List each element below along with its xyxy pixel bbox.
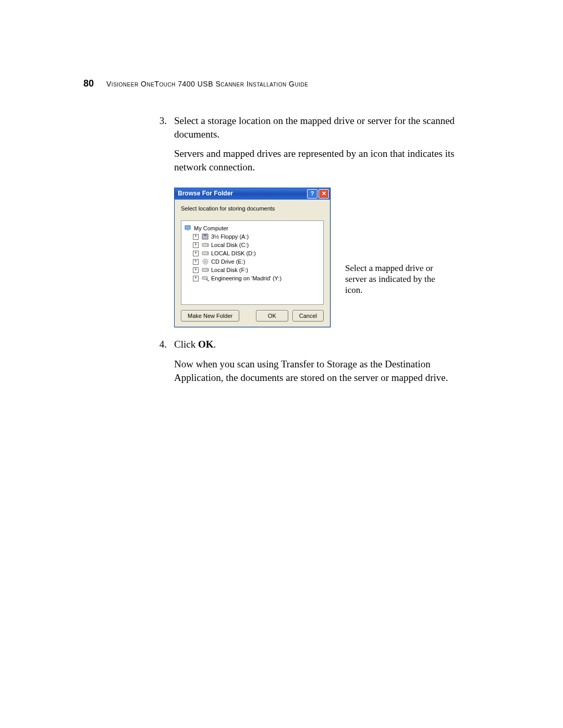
close-icon: ✕ xyxy=(322,190,326,198)
dialog-title: Browse For Folder xyxy=(178,189,233,198)
close-button[interactable]: ✕ xyxy=(319,189,329,199)
step4-bold: OK xyxy=(198,339,214,350)
page: 80 Visioneer OneTouch 7400 USB Scanner I… xyxy=(0,0,563,728)
hdd-icon xyxy=(202,267,209,273)
folder-tree[interactable]: My Computer + xyxy=(181,220,324,305)
computer-icon xyxy=(185,225,192,231)
step4-lead: Click xyxy=(174,339,198,350)
help-icon: ? xyxy=(311,190,314,198)
svg-point-5 xyxy=(207,244,208,245)
svg-rect-1 xyxy=(187,230,189,231)
tree-label: CD Drive (E:) xyxy=(211,258,245,266)
step4-p2: Now when you scan using Transfer to Stor… xyxy=(174,357,466,384)
expand-icon[interactable]: + xyxy=(193,276,199,281)
tree-node-d[interactable]: + LOCAL DISK (D:) xyxy=(192,249,321,257)
svg-point-11 xyxy=(207,269,208,270)
cancel-button[interactable]: Cancel xyxy=(292,310,324,322)
tree-node-network-y[interactable]: + Engineering on 'Madrid' (Y:) xyxy=(192,274,321,282)
step4-p1: Click OK. xyxy=(174,338,466,351)
floppy-icon xyxy=(202,233,209,240)
expand-icon[interactable]: + xyxy=(193,251,199,256)
tree-node-my-computer[interactable]: My Computer xyxy=(183,224,321,232)
dialog-instruction: Select location for storing documents xyxy=(181,205,324,213)
browse-for-folder-dialog: Browse For Folder ? ✕ Select location fo… xyxy=(174,188,331,328)
content: 3. Select a storage location on the mapp… xyxy=(156,114,480,390)
tree-node-floppy[interactable]: + 3½ Floppy (A:) xyxy=(192,232,321,241)
step-4: 4. Click OK. Now when you scan using Tra… xyxy=(156,338,480,390)
expand-icon[interactable]: + xyxy=(193,267,199,273)
step-body: Select a storage location on the mapped … xyxy=(174,114,466,180)
step-number: 4. xyxy=(156,338,167,390)
dialog-titlebar[interactable]: Browse For Folder ? ✕ xyxy=(175,188,330,200)
dialog-button-row: Make New Folder OK Cancel xyxy=(181,305,324,322)
tree-node-e[interactable]: + CD Drive (E:) xyxy=(192,257,321,266)
svg-point-9 xyxy=(205,261,206,263)
tree-node-f[interactable]: + Local Disk (F:) xyxy=(192,266,321,274)
make-new-folder-button[interactable]: Make New Folder xyxy=(181,310,239,322)
expand-icon[interactable]: + xyxy=(193,242,199,248)
titlebar-buttons: ? ✕ xyxy=(307,189,329,199)
step-number: 3. xyxy=(156,114,167,180)
step3-p2: Servers and mapped drives are represente… xyxy=(174,147,466,174)
tree-label: Local Disk (C:) xyxy=(211,241,249,249)
tree-node-c[interactable]: + Local Disk (C:) xyxy=(192,241,321,249)
svg-rect-3 xyxy=(204,234,206,236)
svg-rect-0 xyxy=(185,226,190,229)
tree-label: 3½ Floppy (A:) xyxy=(211,233,249,241)
hdd-icon xyxy=(202,242,209,248)
step-3: 3. Select a storage location on the mapp… xyxy=(156,114,480,180)
step3-p1: Select a storage location on the mapped … xyxy=(174,114,466,141)
hdd-icon xyxy=(202,250,209,256)
figure-annotation: Select a mapped drive or server as indic… xyxy=(345,263,444,296)
help-button[interactable]: ? xyxy=(307,189,317,199)
step4-period: . xyxy=(213,339,216,350)
figure-row: Browse For Folder ? ✕ Select location fo… xyxy=(174,188,480,328)
page-number: 80 xyxy=(83,78,94,89)
tree-label: Engineering on 'Madrid' (Y:) xyxy=(211,275,282,282)
svg-point-7 xyxy=(207,253,208,254)
tree-label: My Computer xyxy=(194,225,228,232)
header-title: Visioneer OneTouch 7400 USB Scanner Inst… xyxy=(106,80,308,88)
expand-icon[interactable]: + xyxy=(193,259,199,265)
tree-label: LOCAL DISK (D:) xyxy=(211,250,256,257)
expand-icon[interactable]: + xyxy=(193,234,199,240)
ok-button[interactable]: OK xyxy=(256,310,288,322)
cd-icon xyxy=(202,258,209,265)
tree-label: Local Disk (F:) xyxy=(211,266,248,274)
network-drive-icon xyxy=(202,275,209,281)
step-body: Click OK. Now when you scan using Transf… xyxy=(174,338,466,390)
dialog-body: Select location for storing documents My… xyxy=(175,200,330,327)
svg-point-13 xyxy=(208,280,209,281)
page-header: 80 Visioneer OneTouch 7400 USB Scanner I… xyxy=(83,78,480,89)
svg-rect-12 xyxy=(202,277,207,279)
